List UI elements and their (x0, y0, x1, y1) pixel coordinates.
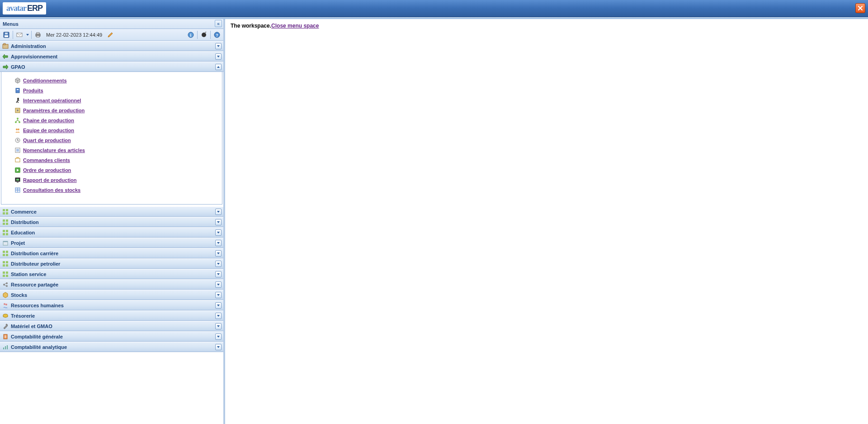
menu-link[interactable]: Paramètres de production (23, 106, 85, 114)
menu-link[interactable]: Conditionnements (23, 76, 67, 85)
svg-point-23 (18, 129, 19, 130)
accordion-education[interactable]: Education (0, 227, 223, 238)
svg-rect-40 (3, 230, 5, 232)
accordion-approvisionnement[interactable]: Approvisionnement (0, 51, 223, 62)
menu-chaine[interactable]: Chaine de production (1, 115, 222, 125)
toolbar-separator (197, 31, 198, 39)
dropdown-arrow-icon[interactable] (26, 32, 29, 38)
app-logo: avatar ERP (3, 2, 46, 14)
accordion-administration[interactable]: Administration (0, 41, 223, 51)
accordion-ressources-humaines[interactable]: Ressources humaines (0, 300, 223, 310)
accordion-label: Projet (11, 240, 25, 246)
svg-rect-54 (3, 272, 5, 274)
menu-link[interactable]: Nomenclature des articles (23, 146, 85, 154)
accordion-ressource-partagee[interactable]: Ressource partagée (0, 279, 223, 290)
expand-icon[interactable] (215, 219, 222, 225)
expand-icon[interactable] (215, 333, 222, 340)
menu-ordre[interactable]: Ordre de production (1, 165, 222, 175)
envelope-icon (16, 32, 23, 38)
expand-icon[interactable] (215, 240, 222, 246)
grid-icon (2, 250, 9, 257)
menu-rapport[interactable]: Rapport de production (1, 175, 222, 185)
clock-icon (14, 137, 21, 144)
svg-rect-47 (6, 251, 8, 253)
menu-link[interactable]: Consultation des stocks (23, 186, 80, 194)
accordion-distribution-carriere[interactable]: Distribution carrière (0, 248, 223, 258)
toolbar-separator (13, 31, 13, 39)
expand-icon[interactable] (215, 229, 222, 236)
expand-icon[interactable] (215, 53, 222, 60)
menu-link[interactable]: Commandes clients (23, 156, 70, 164)
close-window-button[interactable] (855, 3, 865, 13)
svg-rect-13 (4, 43, 5, 45)
expand-icon[interactable] (215, 344, 222, 350)
menu-link[interactable]: Chaine de production (23, 116, 74, 124)
svg-rect-41 (6, 230, 8, 232)
save-button[interactable] (2, 30, 11, 39)
close-menu-space-link[interactable]: Close menu space (271, 23, 319, 29)
accordion-comptabilite-generale[interactable]: Comptabilité générale (0, 331, 223, 342)
accordion-station-service[interactable]: Station service (0, 269, 223, 279)
accordion-tresorerie[interactable]: Trésorerie (0, 310, 223, 321)
expand-icon[interactable] (215, 271, 222, 277)
menu-intervenant[interactable]: Intervenant opérationnel (1, 95, 222, 105)
svg-point-22 (16, 129, 18, 130)
expand-icon[interactable] (215, 292, 222, 298)
accordion-distribution[interactable]: Distribution (0, 217, 223, 227)
accordion-label: Distribution (11, 219, 39, 225)
menu-parametres[interactable]: Paramètres de production (1, 105, 222, 115)
menu-link[interactable]: Rapport de production (23, 176, 77, 184)
expand-icon[interactable] (215, 281, 222, 288)
accordion-stocks[interactable]: Stocks (0, 290, 223, 300)
edit-button[interactable] (106, 30, 115, 39)
menu-consultation[interactable]: Consultation des stocks (1, 185, 222, 195)
expand-icon[interactable] (215, 250, 222, 257)
sidebar-title-text: Menus (3, 21, 19, 27)
collapse-icon[interactable] (215, 64, 222, 70)
menu-link[interactable]: Produits (23, 86, 43, 95)
menu-link[interactable]: Ordre de production (23, 166, 71, 174)
workspace: The workspace.Close menu space (225, 19, 868, 424)
svg-text:i: i (190, 33, 192, 38)
info-button[interactable]: i (186, 30, 195, 39)
menu-quart[interactable]: Quart de production (1, 135, 222, 145)
svg-rect-50 (3, 261, 5, 263)
mail-button[interactable] (15, 30, 24, 39)
expand-icon[interactable] (215, 209, 222, 215)
expand-icon[interactable] (215, 261, 222, 267)
accordion-label: Education (11, 230, 35, 235)
menu-conditionnements[interactable]: Conditionnements (1, 76, 222, 86)
menu-link[interactable]: Quart de production (23, 136, 71, 144)
expand-icon[interactable] (215, 302, 222, 309)
help-button[interactable]: ? (212, 30, 222, 39)
print-button[interactable] (33, 30, 42, 39)
theme-button[interactable] (199, 30, 208, 39)
menu-commandes[interactable]: Commandes clients (1, 155, 222, 165)
menu-link[interactable]: Equipe de production (23, 126, 74, 134)
accordion-distributeur-petrolier[interactable]: Distributeur petrolier (0, 258, 223, 269)
date-display: Mer 22-02-2023 12:44:49 (44, 32, 104, 38)
accordion-label: Ressource partagée (11, 282, 58, 287)
expand-icon[interactable] (215, 313, 222, 319)
svg-rect-38 (3, 223, 5, 225)
play-icon (14, 167, 21, 174)
accordion-gpao[interactable]: GPAO (0, 62, 223, 72)
menu-equipe[interactable]: Equipe de production (1, 125, 222, 135)
accordion-commerce[interactable]: Commerce (0, 206, 223, 217)
settings-icon (14, 107, 21, 114)
menu-link[interactable]: Intervenant opérationnel (23, 96, 81, 105)
menu-produits[interactable]: Produits (1, 86, 222, 95)
accordion-materiel-gmao[interactable]: Matériel et GMAO (0, 321, 223, 331)
accordion-comptabilite-analytique[interactable]: Comptabilité analytique (0, 342, 223, 352)
svg-rect-37 (6, 219, 8, 222)
menu-nomenclature[interactable]: Nomenclature des articles (1, 145, 222, 155)
product-icon (14, 87, 21, 94)
close-icon (857, 5, 863, 11)
svg-point-21 (19, 121, 20, 123)
accordion-projet[interactable]: Projet (0, 238, 223, 248)
expand-icon[interactable] (215, 323, 222, 329)
svg-rect-52 (3, 264, 5, 267)
grid-icon (2, 229, 9, 236)
expand-icon[interactable] (215, 43, 222, 49)
sidebar-collapse-button[interactable] (215, 20, 222, 27)
